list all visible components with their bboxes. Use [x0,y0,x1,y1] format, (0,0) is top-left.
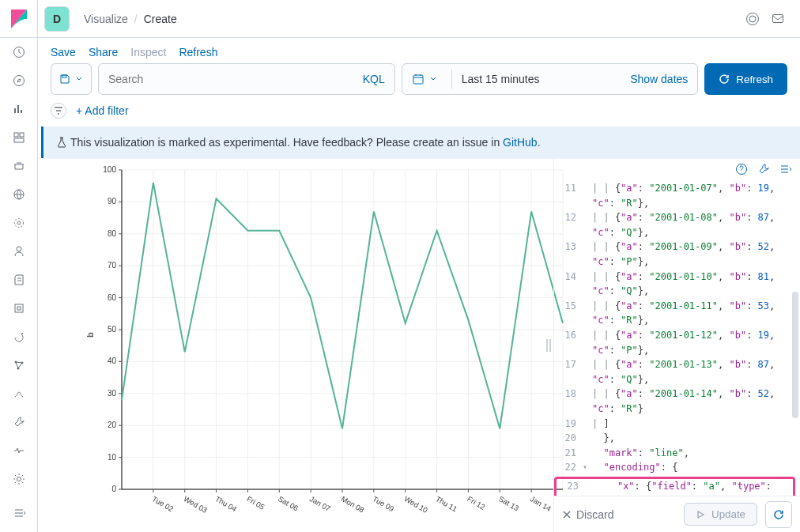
svg-point-16 [747,13,759,25]
svg-text:0: 0 [111,485,116,493]
svg-text:90: 90 [108,197,117,206]
breadcrumb-visualize[interactable]: Visualize [84,13,128,25]
nav-siem-icon[interactable] [0,379,38,408]
svg-point-8 [17,247,21,251]
svg-text:60: 60 [108,293,117,302]
svg-rect-20 [413,75,423,84]
save-link[interactable]: Save [51,46,76,58]
save-icon [59,74,70,85]
action-bar: Save Share Inspect Refresh [38,38,800,63]
svg-rect-9 [15,304,23,312]
chevron-down-icon [429,75,437,83]
show-dates-link[interactable]: Show dates [630,73,688,85]
help-icon[interactable] [743,9,762,28]
code-line[interactable]: 21 "mark": "line", [554,446,800,461]
auto-refresh-button[interactable] [765,501,792,528]
svg-text:Wed 10: Wed 10 [402,494,429,515]
discard-button[interactable]: Discard [562,508,613,521]
saved-query-button[interactable] [51,63,92,95]
chart-y-label: b [85,332,95,338]
nav-uptime-icon[interactable] [0,323,38,351]
space-selector[interactable]: D [44,6,70,32]
top-bar: D Visualize / Create [38,0,800,38]
refresh-icon [773,509,784,520]
side-nav [0,0,38,532]
svg-text:100: 100 [103,165,116,174]
editor-footer: Discard Update [554,496,800,532]
svg-text:10: 10 [108,453,117,462]
chevron-down-icon [75,75,83,83]
github-link[interactable]: GitHub [503,136,538,149]
filter-options-icon[interactable] [51,103,66,119]
code-line[interactable]: 11| | {"a": "2001-01-07", "b": 19, "c": … [554,181,800,210]
add-filter-link[interactable]: + Add filter [76,104,129,117]
code-line[interactable]: 17| | {"a": "2001-01-13", "b": 87, "c": … [554,357,800,387]
editor-settings-icon[interactable] [757,163,770,178]
code-line[interactable]: 15| | {"a": "2001-01-11", "b": 53, "c": … [554,299,800,328]
nav-infra-icon[interactable] [0,237,38,266]
nav-maps-icon[interactable] [0,180,38,209]
kql-toggle[interactable]: KQL [363,73,385,85]
nav-discover-icon[interactable] [0,66,38,95]
nav-apm-icon[interactable] [0,294,38,323]
svg-point-17 [749,16,756,22]
nav-ml-icon[interactable] [0,209,38,237]
refresh-link[interactable]: Refresh [179,46,217,58]
newsfeed-icon[interactable] [768,9,787,28]
code-editor[interactable]: 11| | {"a": "2001-01-07", "b": 19, "c": … [554,181,800,496]
search-input[interactable] [108,73,355,85]
time-picker-value: Last 15 minutes [462,73,540,85]
code-line[interactable]: 14| | {"a": "2001-01-10", "b": 81, "c": … [554,270,800,299]
update-button[interactable]: Update [684,503,757,526]
svg-rect-18 [773,14,783,22]
nav-management-icon[interactable] [0,465,38,493]
nav-monitoring-icon[interactable] [0,436,38,465]
nav-canvas-icon[interactable] [0,152,38,180]
code-line[interactable]: 18| | {"a": "2001-01-14", "b": 52, "c": … [554,387,800,416]
search-input-wrap[interactable]: KQL [98,63,395,95]
code-line[interactable]: 23 "x": {"field": "a", "type": "temporal… [554,477,795,496]
code-line[interactable]: 22▾ "encoding": { [554,460,800,475]
code-line[interactable]: 19| ] [554,417,800,432]
svg-text:Sat 13: Sat 13 [497,494,520,512]
close-icon [562,510,572,519]
nav-recent-icon[interactable] [0,38,38,66]
svg-text:20: 20 [108,421,117,429]
svg-text:70: 70 [108,261,117,270]
vega-editor-pane: 11| | {"a": "2001-01-07", "b": 19, "c": … [553,159,800,532]
editor-help-icon[interactable] [735,163,748,178]
editor-toolbar [554,159,800,181]
editor-expand-icon[interactable] [779,163,792,178]
svg-point-6 [17,221,21,224]
nav-logs-icon[interactable] [0,266,38,294]
code-line[interactable]: 13| | {"a": "2001-01-09", "b": 52, "c": … [554,240,800,269]
time-picker[interactable]: Last 15 minutes Show dates [402,63,699,95]
svg-point-11 [21,333,23,334]
svg-text:Thu 04: Thu 04 [213,494,238,513]
code-line[interactable]: 12| | {"a": "2001-01-08", "b": 87, "c": … [554,210,800,240]
svg-rect-19 [62,75,66,77]
refresh-icon [719,74,730,85]
svg-text:Tue 09: Tue 09 [372,494,396,513]
code-line[interactable]: 16| | {"a": "2001-01-12", "b": 19, "c": … [554,328,800,357]
refresh-button[interactable]: Refresh [704,63,787,95]
scrollbar-thumb[interactable] [792,292,798,418]
filter-bar: + Add filter [38,101,800,126]
nav-dashboard-icon[interactable] [0,123,38,152]
calendar-icon [412,73,425,85]
svg-text:Sat 06: Sat 06 [277,494,300,512]
query-bar: KQL Last 15 minutes Show dates Refresh [38,63,800,101]
nav-visualize-icon[interactable] [0,95,38,123]
svg-text:Fri 12: Fri 12 [466,494,487,511]
nav-collapse-icon[interactable] [0,499,38,527]
kibana-logo[interactable] [0,0,38,38]
svg-text:30: 30 [108,389,117,398]
svg-point-15 [17,477,21,481]
beaker-icon [56,137,67,148]
nav-graph-icon[interactable] [0,351,38,379]
svg-rect-10 [17,307,21,310]
code-line[interactable]: 20 }, [554,431,800,446]
svg-rect-4 [14,138,24,142]
nav-devtools-icon[interactable] [0,408,38,436]
share-link[interactable]: Share [89,46,118,58]
